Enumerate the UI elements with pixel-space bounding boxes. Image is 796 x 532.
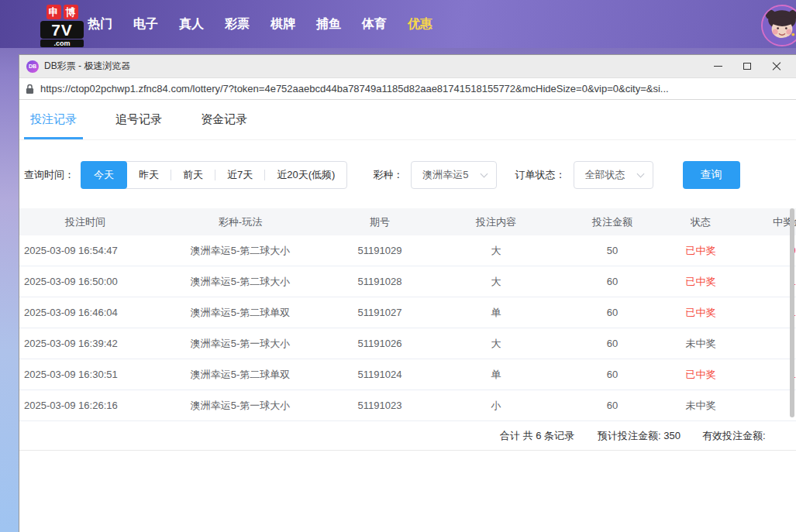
logo-char-right: 博 [64,5,78,19]
cell-game: 澳洲幸运5-第一球大小 [151,337,329,351]
nav-item-sports[interactable]: 体育 [362,16,387,33]
cell-issue: 51191026 [329,338,430,349]
cell-amount: 60 [562,276,663,287]
cell-game: 澳洲幸运5-第二球单双 [151,306,329,320]
nav-item-board[interactable]: 棋牌 [271,16,295,33]
cell-amount: 60 [562,400,663,411]
cell-bet-time: 2025-03-09 16:54:47 [19,245,151,256]
table-row: 2025-03-09 16:46:04 澳洲幸运5-第二球单双 51191027… [19,297,796,328]
nav-item-promo[interactable]: 优惠 [408,16,432,33]
cell-amount: 50 [562,245,663,256]
tab-fund-records[interactable]: 资金记录 [195,109,253,139]
cell-content: 小 [430,399,562,413]
cell-issue: 51191023 [329,400,430,411]
lottery-filter-label: 彩种： [373,168,403,182]
cell-win-amount: 1 [739,307,796,318]
minimize-icon [714,66,722,67]
close-icon [772,62,781,71]
screen: { "site_header": { "logo": { "top_left_c… [0,0,796,532]
chevron-down-icon [480,170,488,177]
summary-valid: 有效投注金额: [702,429,766,443]
col-bet-time: 投注时间 [19,215,151,229]
tab-bet-records[interactable]: 投注记录 [24,109,83,139]
lottery-select-value: 澳洲幸运5 [422,168,468,182]
lock-icon [26,84,34,94]
table-row: 2025-03-09 16:54:47 澳洲幸运5-第二球大小 51191029… [19,235,796,266]
logo-7v: 7V [40,21,84,39]
table-row: 2025-03-09 16:26:16 澳洲幸运5-第一球大小 51191023… [19,390,796,421]
col-win-amount: 中奖金额 [739,215,796,229]
site-nav: 热门 电子 真人 彩票 棋牌 捕鱼 体育 优惠 [88,0,432,48]
page-content: 投注记录 追号记录 资金记录 查询时间： 今天 昨天 前天 近7天 近20天(低… [19,100,796,531]
cell-content: 大 [430,275,562,289]
cell-content: 单 [430,306,562,320]
time-option-7days[interactable]: 近7天 [215,162,264,188]
tab-chase-records[interactable]: 追号记录 [109,109,168,139]
maximize-button[interactable] [732,55,762,77]
cell-bet-time: 2025-03-09 16:30:51 [19,369,151,380]
avatar-illustration [763,6,796,45]
table-header: 投注时间 彩种-玩法 期号 投注内容 投注金额 状态 中奖金额 [19,208,796,235]
table-row: 2025-03-09 16:50:00 澳洲幸运5-第二球大小 51191028… [19,266,796,297]
nav-item-slots[interactable]: 电子 [133,16,158,33]
summary-total: 合计 共 6 条记录 [500,429,574,443]
bet-records-table: 投注时间 彩种-玩法 期号 投注内容 投注金额 状态 中奖金额 2025-03-… [19,208,796,421]
cell-status: 已中奖 [663,368,739,382]
table-row: 2025-03-09 16:39:42 澳洲幸运5-第一球大小 51191026… [19,328,796,359]
lottery-select[interactable]: 澳洲幸运5 [411,161,496,189]
time-option-today[interactable]: 今天 [81,161,127,189]
cell-bet-time: 2025-03-09 16:50:00 [19,276,151,287]
nav-item-live[interactable]: 真人 [179,16,204,33]
logo-com: .com [40,39,84,47]
url-text: https://ctop02pchwp1.zfnc84.com/lottery/… [40,83,669,94]
time-filter-label: 查询时间： [24,168,74,182]
minimize-button[interactable] [703,55,732,77]
col-content: 投注内容 [430,215,562,229]
cell-status: 未中奖 [663,399,739,413]
url-bar[interactable]: https://ctop02pchwp1.zfnc84.com/lottery/… [19,78,796,100]
window-titlebar[interactable]: DB DB彩票 - 极速浏览器 [19,55,796,78]
cell-content: 大 [430,244,562,258]
cell-win-amount: 1 [739,276,796,287]
cell-bet-time: 2025-03-09 16:39:42 [19,338,151,349]
tab-strip: 投注记录 追号记录 资金记录 [19,109,796,140]
cell-issue: 51191024 [329,369,430,380]
vertical-scrollbar[interactable] [790,208,794,417]
cell-bet-time: 2025-03-09 16:46:04 [19,307,151,318]
cell-win-amount: 1 [739,369,796,380]
table-row: 2025-03-09 16:30:51 澳洲幸运5-第二球单双 51191024… [19,359,796,390]
nav-item-fishing[interactable]: 捕鱼 [316,16,341,33]
window-controls [703,55,791,77]
cell-content: 单 [430,368,562,382]
cell-win-amount: 9 [739,245,796,256]
cell-game: 澳洲幸运5-第二球大小 [151,275,329,289]
site-logo[interactable]: 申 博 7V .com [40,5,84,47]
user-avatar[interactable] [761,5,796,46]
cell-issue: 51191028 [329,276,430,287]
nav-item-hot[interactable]: 热门 [88,16,112,33]
cell-game: 澳洲幸运5-第二球大小 [151,244,329,258]
cell-amount: 60 [562,307,663,318]
chevron-down-icon [636,170,644,177]
nav-item-lottery[interactable]: 彩票 [225,16,250,33]
query-button[interactable]: 查询 [683,161,740,189]
logo-char-left: 申 [47,5,61,19]
summary-expected: 预计投注金额: 350 [598,429,681,443]
cell-issue: 51191027 [329,307,430,318]
summary-row: 合计 共 6 条记录 预计投注金额: 350 有效投注金额: [19,421,796,451]
cell-bet-time: 2025-03-09 16:26:16 [19,400,151,411]
col-game: 彩种-玩法 [151,215,329,229]
cell-status: 未中奖 [663,337,739,351]
time-option-20days[interactable]: 近20天(低频) [265,162,346,188]
cell-content: 大 [430,337,562,351]
order-status-select[interactable]: 全部状态 [574,161,653,189]
cell-status: 已中奖 [663,275,739,289]
cell-game: 澳洲幸运5-第二球单双 [151,368,329,382]
close-button[interactable] [762,55,791,77]
col-issue: 期号 [329,215,430,229]
window-app-icon: DB [26,60,39,73]
time-option-daybefore[interactable]: 前天 [171,162,215,188]
cell-amount: 60 [562,338,663,349]
cell-status: 已中奖 [663,306,739,320]
time-option-yesterday[interactable]: 昨天 [127,162,171,188]
